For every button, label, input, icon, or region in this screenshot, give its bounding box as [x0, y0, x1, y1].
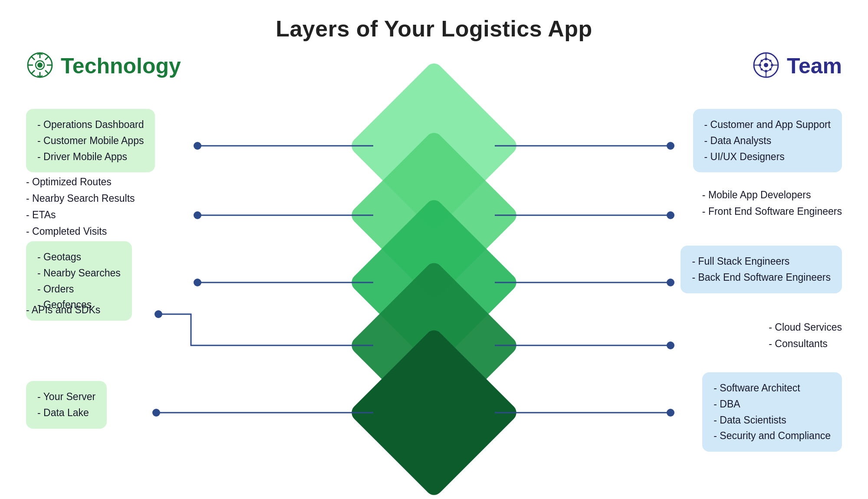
- team-layer2-item1: - Mobile App Developers: [702, 187, 842, 204]
- team-layer5-item4: - Security and Compliance: [713, 428, 831, 444]
- team-layer3-box: - Full Stack Engineers - Back End Softwa…: [681, 246, 842, 293]
- tech-layer1-box: - Operations Dashboard - Customer Mobile…: [26, 109, 155, 172]
- svg-point-45: [667, 341, 674, 349]
- team-layer1-item1: - Customer and App Support: [704, 117, 831, 133]
- tech-layer1-item1: - Operations Dashboard: [37, 117, 144, 133]
- team-layer5-item2: - DBA: [713, 396, 831, 412]
- tech-layer5-item1: - Your Server: [37, 389, 95, 405]
- team-layer2-text: - Mobile App Developers - Front End Soft…: [702, 187, 842, 220]
- svg-line-6: [31, 56, 35, 60]
- svg-rect-29: [348, 259, 520, 431]
- team-layer2-item2: - Front End Software Engineers: [702, 204, 842, 220]
- tech-layer5-box: - Your Server - Data Lake: [26, 381, 107, 429]
- tech-layer2-item4: - Completed Visits: [26, 223, 135, 240]
- team-layer1-item2: - Data Analysts: [704, 133, 831, 149]
- team-layer3-item2: - Back End Software Engineers: [692, 269, 831, 286]
- team-layer1-item3: - UI/UX Designers: [704, 149, 831, 165]
- svg-point-34: [667, 142, 674, 150]
- svg-point-40: [194, 279, 201, 286]
- svg-point-49: [667, 409, 674, 417]
- svg-point-20: [769, 69, 772, 71]
- svg-rect-30: [348, 327, 520, 499]
- tech-layer4-item1: - APIs and SDKs: [26, 302, 100, 318]
- svg-rect-27: [348, 129, 520, 301]
- svg-line-7: [45, 70, 49, 74]
- team-layer5-item3: - Data Scientists: [713, 412, 831, 428]
- tech-layer3-item2: - Nearby Searches: [37, 265, 121, 281]
- tech-layer5-item2: - Data Lake: [37, 405, 95, 421]
- svg-point-47: [152, 409, 160, 417]
- technology-title: Technology: [61, 53, 181, 79]
- team-layer4-item2: - Consultants: [769, 336, 842, 352]
- brain-circuit-icon: [752, 51, 780, 81]
- team-layer5-box: - Software Architect - DBA - Data Scient…: [702, 372, 842, 452]
- tech-layer4-text: - APIs and SDKs: [26, 302, 100, 318]
- svg-point-25: [764, 63, 768, 67]
- svg-point-38: [667, 211, 674, 219]
- tech-layer3-item3: - Orders: [37, 281, 121, 297]
- team-layer5-item1: - Software Architect: [713, 380, 831, 396]
- team-layer4-item1: - Cloud Services: [769, 319, 842, 336]
- tech-layer2-item1: - Optimized Routes: [26, 174, 135, 190]
- team-title: Team: [787, 53, 842, 79]
- team-header: Team: [752, 51, 842, 81]
- svg-point-32: [194, 142, 201, 150]
- svg-point-36: [194, 211, 201, 219]
- svg-point-43: [155, 310, 162, 318]
- tech-layer2-item2: - Nearby Search Results: [26, 190, 135, 207]
- svg-point-18: [769, 60, 772, 62]
- tech-layer1-item3: - Driver Mobile Apps: [37, 149, 144, 165]
- team-layer1-box: - Customer and App Support - Data Analys…: [693, 109, 842, 172]
- svg-point-17: [761, 60, 763, 62]
- tech-layer3-item1: - Geotags: [37, 249, 121, 265]
- gear-icon: [26, 51, 54, 81]
- svg-point-19: [761, 69, 763, 71]
- svg-point-42: [667, 279, 674, 286]
- tech-layer2-item3: - ETAs: [26, 207, 135, 223]
- technology-header: Technology: [26, 51, 181, 81]
- team-layer4-text: - Cloud Services - Consultants: [769, 319, 842, 352]
- tech-layer2-text: - Optimized Routes - Nearby Search Resul…: [26, 174, 135, 240]
- page-title: Layers of Your Logistics App: [0, 0, 868, 42]
- tech-layer1-item2: - Customer Mobile Apps: [37, 133, 144, 149]
- svg-line-8: [45, 56, 49, 60]
- team-layer3-item1: - Full Stack Engineers: [692, 253, 831, 269]
- svg-rect-26: [348, 60, 520, 232]
- svg-line-9: [31, 70, 35, 74]
- svg-rect-28: [348, 197, 520, 368]
- svg-point-10: [37, 62, 43, 68]
